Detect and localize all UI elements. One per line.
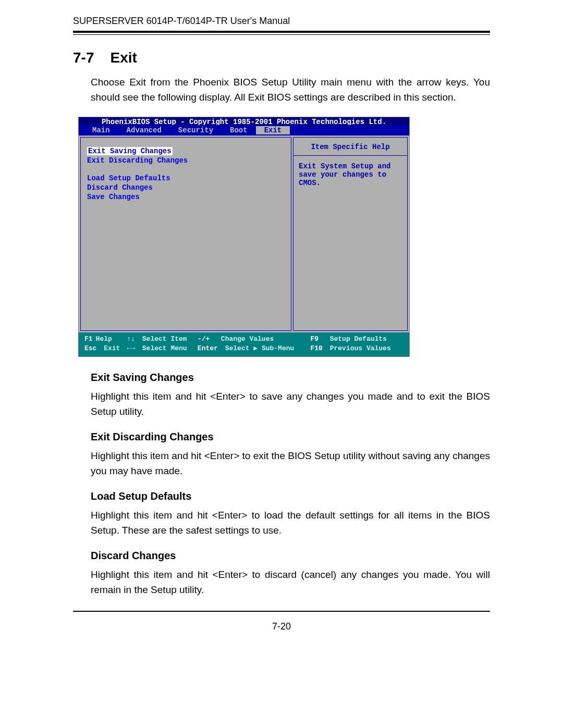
header-text: SUPERSERVER 6014P-T/6014P-TR User's Manu… bbox=[73, 16, 290, 26]
bios-left-pane: Exit Saving Changes Exit Discarding Chan… bbox=[80, 137, 291, 331]
page-header: SUPERSERVER 6014P-T/6014P-TR User's Manu… bbox=[73, 16, 490, 27]
para-load-defaults: Highlight this item and hit <Enter> to l… bbox=[73, 508, 490, 538]
bios-help-text: Exit System Setup and save your changes … bbox=[293, 156, 407, 193]
bios-option-save-changes[interactable]: Save Changes bbox=[87, 193, 285, 201]
page-number: 7-20 bbox=[73, 621, 490, 632]
bios-help-pane: Item Specific Help Exit System Setup and… bbox=[293, 137, 408, 331]
bios-footer: F1Help ↑↓ Select Item -/+ Change Values … bbox=[79, 332, 409, 356]
subheading-exit-discarding: Exit Discarding Changes bbox=[91, 431, 490, 443]
bios-key-f1-label: Help bbox=[96, 335, 112, 343]
subheading-exit-saving: Exit Saving Changes bbox=[91, 372, 490, 384]
bios-key-updown: ↑↓ bbox=[127, 335, 138, 343]
bios-title-bar: PhoenixBIOS Setup - Copyright 1985-2001 … bbox=[79, 117, 409, 125]
bios-key-esc: Esc bbox=[84, 344, 100, 352]
intro-paragraph: Choose Exit from the Phoenix BIOS Setup … bbox=[73, 75, 490, 105]
bios-menu-advanced[interactable]: Advanced bbox=[118, 126, 170, 134]
bios-key-leftright-label: Select Menu bbox=[142, 344, 187, 352]
bios-help-header: Item Specific Help bbox=[293, 138, 407, 156]
bios-key-f1: F1 bbox=[84, 335, 96, 343]
bios-option-exit-saving[interactable]: Exit Saving Changes bbox=[87, 147, 173, 155]
para-exit-saving: Highlight this item and hit <Enter> to s… bbox=[73, 389, 490, 419]
header-rule bbox=[73, 31, 490, 35]
footer-rule bbox=[73, 611, 490, 612]
bios-key-plusminus-label: Change Values bbox=[221, 335, 274, 343]
para-exit-discarding: Highlight this item and hit <Enter> to e… bbox=[73, 448, 490, 479]
bios-option-gap bbox=[87, 166, 285, 174]
bios-key-enter: Enter bbox=[198, 344, 221, 352]
bios-key-f9-label: Setup Defaults bbox=[330, 335, 387, 343]
bios-screenshot: PhoenixBIOS Setup - Copyright 1985-2001 … bbox=[78, 117, 410, 357]
bios-option-load-defaults[interactable]: Load Setup Defaults bbox=[87, 174, 285, 182]
bios-menubar: Main Advanced Security Boot Exit bbox=[79, 125, 409, 135]
section-heading: 7-7 Exit bbox=[73, 50, 490, 66]
section-title-text: Exit bbox=[111, 50, 137, 66]
section-number: 7-7 bbox=[73, 50, 94, 66]
bios-key-leftright: ←→ bbox=[127, 344, 138, 352]
bios-option-discard-changes[interactable]: Discard Changes bbox=[87, 183, 285, 192]
bios-key-esc-label: Exit bbox=[104, 344, 120, 352]
bios-key-enter-label: Select ▶ Sub-Menu bbox=[225, 344, 295, 352]
bios-key-updown-label: Select Item bbox=[142, 335, 187, 343]
bios-menu-security[interactable]: Security bbox=[170, 126, 222, 134]
subheading-discard-changes: Discard Changes bbox=[91, 550, 490, 562]
para-discard-changes: Highlight this item and hit <Enter> to d… bbox=[73, 567, 490, 598]
bios-option-exit-discarding[interactable]: Exit Discarding Changes bbox=[87, 156, 285, 165]
bios-key-plusminus: -/+ bbox=[198, 335, 213, 343]
subheading-load-defaults: Load Setup Defaults bbox=[91, 490, 490, 502]
bios-key-f9: F9 bbox=[310, 335, 322, 343]
bios-key-f10: F10 bbox=[310, 344, 325, 352]
bios-menu-boot[interactable]: Boot bbox=[222, 126, 256, 134]
bios-key-f10-label: Previous Values bbox=[330, 344, 391, 352]
bios-menu-exit[interactable]: Exit bbox=[256, 126, 290, 134]
bios-menu-main[interactable]: Main bbox=[84, 126, 118, 134]
